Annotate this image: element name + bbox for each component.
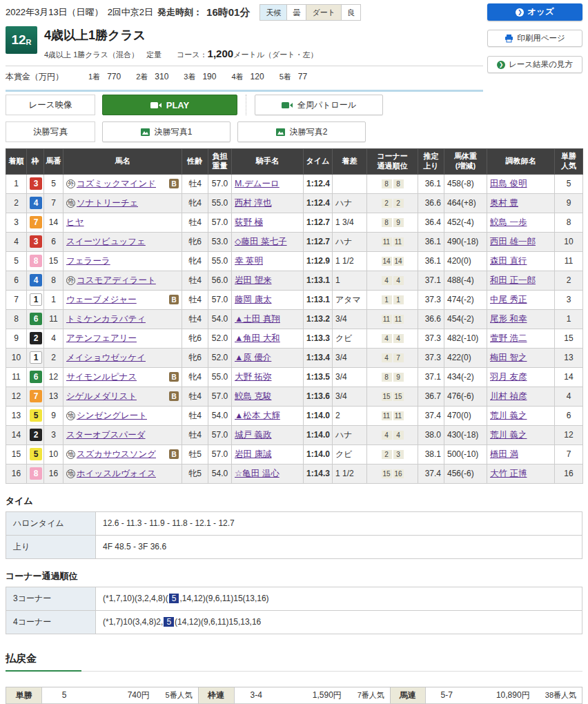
corner-position-number: 4 <box>382 431 392 440</box>
jockey-name-link[interactable]: 城戸 義政 <box>235 430 271 440</box>
finish-photo2-button[interactable]: 決勝写真2 <box>237 121 366 142</box>
trainer-name-link[interactable]: 羽月 友彦 <box>490 372 527 382</box>
jockey-name-link[interactable]: ☆亀田 温心 <box>235 469 280 478</box>
column-header: 馬体重 (増減) <box>444 149 487 175</box>
frame-number-badge: 2 <box>30 429 42 441</box>
jockey-name-link[interactable]: M.デムーロ <box>235 179 280 188</box>
trainer-name-link[interactable]: 奥村 豊 <box>490 198 518 208</box>
column-header: タイム <box>304 149 333 175</box>
race-video-label: レース映像 <box>6 95 95 115</box>
frame-number-cell: 2 <box>27 329 44 348</box>
horse-name-link[interactable]: ウェーブメジャー <box>66 294 137 306</box>
trainer-name-link[interactable]: 大竹 正博 <box>490 469 527 478</box>
trainer-name-link[interactable]: 西田 雄一郎 <box>490 237 536 246</box>
finish-time: 1:13.5 <box>304 367 333 387</box>
result-guide-button[interactable]: ❯ レース結果の見方 <box>487 56 582 73</box>
race-meta-row: 2022年3月13日（日曜） 2回中京2日 発走時刻：16時01分 天候 曇 ダ… <box>6 3 483 25</box>
column-header: 騎手名 <box>232 149 304 175</box>
horse-name-link[interactable]: ホイッスルヴォイス <box>77 468 156 480</box>
corner-position-number: 8 <box>393 179 404 188</box>
payout-amount: 10,890円 <box>468 687 536 704</box>
trainer-cell: 羽月 友彦 <box>487 367 555 387</box>
jockey-name-link[interactable]: 幸 英明 <box>235 256 263 266</box>
corner-positions: 23 <box>367 444 418 464</box>
horse-name-link[interactable]: シンゼングレート <box>77 410 147 422</box>
patrol-video-button[interactable]: 全周パトロール <box>255 95 383 115</box>
frame-number-badge: 7 <box>30 216 42 228</box>
trainer-name-link[interactable]: 荒川 義之 <box>490 411 527 420</box>
horse-name-link[interactable]: アテンフェアリー <box>66 333 137 344</box>
last-3f-time: 37.3 <box>418 348 444 367</box>
print-page-button[interactable]: 印刷用ページ <box>487 30 582 47</box>
jockey-name-link[interactable]: 西村 淳也 <box>235 198 271 208</box>
jockey-name-link[interactable]: ▲土田 真翔 <box>235 314 280 324</box>
jockey-name-link[interactable]: 鮫島 克駿 <box>235 391 271 401</box>
body-weight: 434(-2) <box>444 367 487 387</box>
margin: 1 3/4 <box>333 213 367 232</box>
horse-name-link[interactable]: トミケンカラバティ <box>66 313 146 325</box>
carried-weight: 57.0 <box>208 425 232 444</box>
trainer-name-link[interactable]: 和田 正一郎 <box>490 275 536 285</box>
horse-name-link[interactable]: メイショウゼッケイ <box>66 352 146 364</box>
jockey-name-link[interactable]: ▲角田 大和 <box>235 333 280 343</box>
prize-money-row: 本賞金（万円） 1着7702着3103着1904着1205着77 <box>6 66 483 88</box>
jockey-name-link[interactable]: 岩田 望来 <box>235 275 271 285</box>
trainer-name-link[interactable]: 橋田 満 <box>490 449 518 459</box>
horse-name-link[interactable]: シゲルメダリスト <box>66 391 137 402</box>
last-3f-time: 36.6 <box>418 309 444 329</box>
horse-name-cell: シゲルメダリストB <box>63 387 182 406</box>
sex-age: 牝6 <box>182 348 208 367</box>
odds-button[interactable]: ❯ オッズ <box>487 3 582 21</box>
jockey-name-link[interactable]: 大野 拓弥 <box>235 372 271 382</box>
horse-name-link[interactable]: コスモアディラート <box>77 275 156 286</box>
trainer-name-link[interactable]: 萱野 浩二 <box>490 333 527 343</box>
race-title: 4歳以上1勝クラス <box>44 26 317 43</box>
frame-number-badge: 4 <box>30 197 42 209</box>
jockey-name-link[interactable]: 荻野 極 <box>235 217 263 227</box>
result-row: 12713シゲルメダリストB牡457.0鮫島 克駿1:13.63/4151536… <box>6 387 583 406</box>
jockey-name-link[interactable]: ▲原 優介 <box>235 353 271 362</box>
photo-icon <box>276 128 285 136</box>
horse-name-link[interactable]: スターオブスパーダ <box>66 429 146 441</box>
sex-age: 牡4 <box>182 387 208 406</box>
sex-age: 牡4 <box>182 213 208 232</box>
jockey-name-link[interactable]: ◇藤田 菜七子 <box>235 237 287 246</box>
body-weight: 454(-2) <box>444 309 487 329</box>
column-header: 着順 <box>6 149 27 175</box>
play-button[interactable]: PLAY <box>102 95 237 115</box>
jockey-cell: 岩田 康誠 <box>232 444 304 464</box>
jockey-name-link[interactable]: ▲松本 大輝 <box>235 411 280 420</box>
trainer-name-link[interactable]: 梅田 智之 <box>490 353 527 362</box>
horse-mark-icon: 地 <box>66 450 75 459</box>
finish-position: 6 <box>6 271 27 290</box>
trainer-name-link[interactable]: 中尾 秀正 <box>490 295 527 304</box>
horse-number: 10 <box>44 444 63 464</box>
payout-row: 単勝5740円5番人気 <box>6 687 198 704</box>
horse-name-link[interactable]: コズミックマインド <box>77 178 156 190</box>
trainer-name-link[interactable]: 森田 直行 <box>490 256 527 266</box>
horse-name-link[interactable]: スズカサウスソング <box>77 449 156 460</box>
sex-age: 牝4 <box>182 367 208 387</box>
corner-position-number: 8 <box>382 373 392 382</box>
trainer-name-link[interactable]: 田島 俊明 <box>490 179 527 188</box>
horse-name-link[interactable]: フェラーラ <box>66 255 110 267</box>
blinkers-badge: B <box>169 391 179 401</box>
jockey-cell: ◇藤田 菜七子 <box>232 232 304 251</box>
jockey-name-link[interactable]: 藤岡 康太 <box>235 295 271 304</box>
trainer-name-link[interactable]: 川村 禎彦 <box>490 391 527 401</box>
trainer-name-link[interactable]: 荒川 義之 <box>490 430 527 440</box>
horse-name-link[interactable]: ヒヤ <box>66 217 84 228</box>
horse-number: 15 <box>44 251 63 271</box>
finish-time: 1:12.7 <box>304 232 333 251</box>
horse-name-link[interactable]: スイーツビュッフェ <box>66 236 146 248</box>
horse-name-link[interactable]: サイモンルピナス <box>66 371 137 383</box>
track-value: 良 <box>342 5 360 20</box>
jockey-name-link[interactable]: 岩田 康誠 <box>235 449 271 459</box>
jockey-cell: 大野 拓弥 <box>232 367 304 387</box>
trainer-name-link[interactable]: 鮫島 一歩 <box>490 217 527 227</box>
finish-position: 2 <box>6 193 27 213</box>
bet-combination: 3-4 <box>234 687 278 704</box>
trainer-name-link[interactable]: 尾形 和幸 <box>490 314 527 324</box>
finish-photo1-button[interactable]: 決勝写真1 <box>102 121 231 142</box>
horse-name-link[interactable]: ソナトリーチェ <box>77 197 138 209</box>
